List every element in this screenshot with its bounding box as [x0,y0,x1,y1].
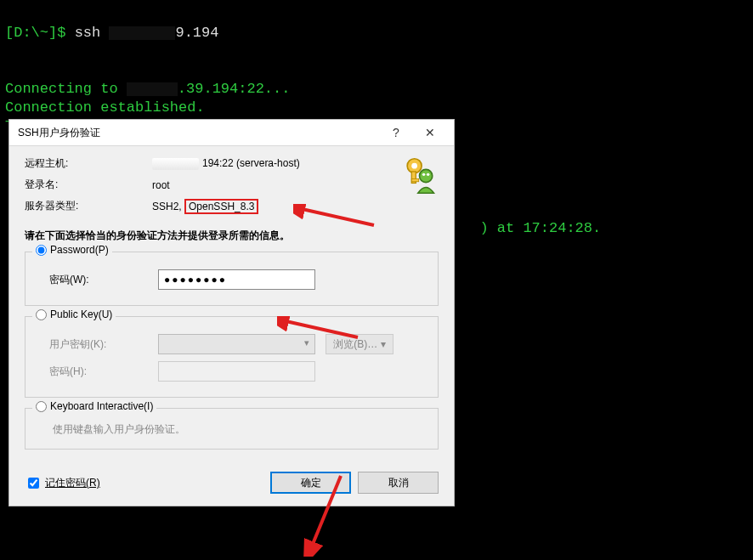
publickey-radio[interactable]: Public Key(U) [32,308,116,320]
password-radio-input[interactable] [36,245,47,256]
svg-point-6 [427,173,429,176]
kbd-radio-label: Keyboard Interactive(I) [50,400,153,412]
term-conn2: Connection established. [5,99,205,116]
close-icon: ✕ [425,126,435,139]
term-right-line: ) at 17:24:28. [479,220,601,236]
ok-button[interactable]: 确定 [270,472,351,494]
dialog-title: SSH用户身份验证 [18,126,379,140]
login-value: root [152,179,170,191]
ssh-auth-dialog: SSH用户身份验证 ? ✕ 远程主机: 194:22 (servera-host… [8,119,455,506]
pubkey-password-label: 密码(H): [37,365,148,379]
remote-host-value: 194:22 (servera-host) [202,157,300,169]
publickey-radio-input[interactable] [36,309,47,320]
password-radio-label: Password(P) [50,244,109,256]
redacted-host [152,158,199,170]
password-input[interactable] [158,269,315,290]
term-conn1a: Connecting to [5,81,127,97]
help-icon: ? [393,126,399,139]
userkey-combo[interactable] [158,334,315,354]
svg-rect-3 [411,178,418,181]
remote-host-label: 远程主机: [25,156,152,171]
server-type-label: 服务器类型: [25,199,152,213]
svg-point-1 [411,163,417,169]
server-type-highlight: OpenSSH_8.3 [184,199,258,214]
server-type-prefix: SSH2, [152,201,184,212]
password-group: Password(P) 密码(W): [25,252,439,306]
help-button[interactable]: ? [379,123,413,142]
kbd-hint-text: 使用键盘输入用户身份验证。 [37,422,426,437]
svg-point-4 [420,169,433,182]
publickey-radio-label: Public Key(U) [50,308,112,320]
password-field-label: 密码(W): [37,273,148,287]
pubkey-password-input[interactable] [158,361,315,382]
browse-button[interactable]: 浏览(B)… ▾ [326,334,393,354]
login-label: 登录名: [25,178,152,192]
cancel-button[interactable]: 取消 [358,472,439,494]
userkey-label: 用户密钥(K): [37,337,148,352]
kbd-radio[interactable]: Keyboard Interactive(I) [32,400,156,412]
term-conn1b: .39.194:22... [178,81,291,97]
term-cmd-suffix: 9.194 [175,25,218,41]
password-radio[interactable]: Password(P) [32,244,112,256]
term-cmd-prefix: ssh [75,25,110,41]
kbdinteractive-group: Keyboard Interactive(I) 使用键盘输入用户身份验证。 [25,408,439,450]
remember-password-checkbox[interactable]: 记住密码(R) [25,475,100,491]
close-button[interactable]: ✕ [413,123,447,142]
publickey-group: Public Key(U) 用户密钥(K): 浏览(B)… ▾ 密码(H): [25,316,439,398]
redacted-ip-2 [127,82,178,96]
kbd-radio-input[interactable] [36,401,47,412]
remember-password-input[interactable] [28,478,39,489]
key-person-icon [394,153,442,201]
titlebar[interactable]: SSH用户身份验证 ? ✕ [9,120,454,146]
redacted-ip-1 [109,26,175,40]
term-prompt: [D:\~]$ [5,25,75,41]
instruction-text: 请在下面选择恰当的身份验证方法并提供登录所需的信息。 [25,229,439,243]
svg-point-5 [422,173,425,176]
remember-password-label: 记住密码(R) [45,476,100,490]
